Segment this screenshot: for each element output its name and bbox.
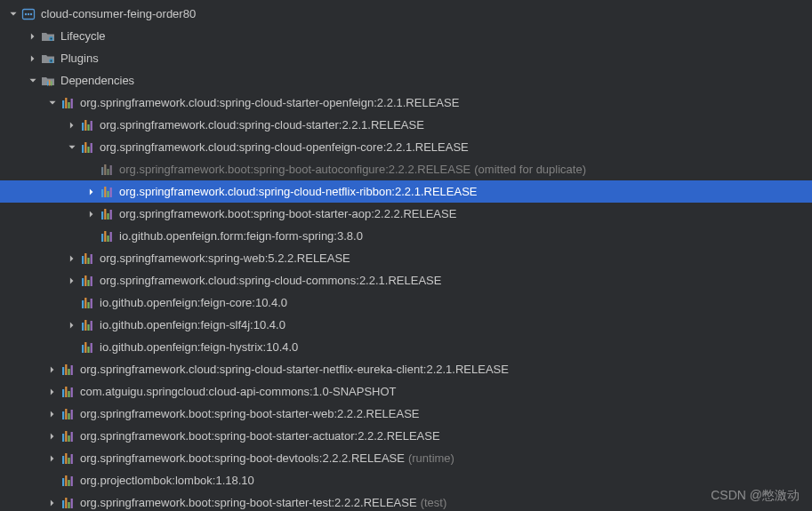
folder-lib-icon [41, 74, 55, 88]
tree-row[interactable]: io.github.openfeign:feign-core:10.4.0 [0, 291, 812, 314]
tree-row[interactable]: Dependencies [0, 69, 812, 92]
tree-item-label: Lifecycle [60, 29, 106, 43]
tree-row[interactable]: org.springframework.cloud:spring-cloud-s… [0, 92, 812, 114]
svg-point-3 [30, 12, 32, 14]
svg-rect-78 [71, 454, 73, 464]
tree-row[interactable]: org.springframework.boot:spring-boot-dev… [0, 447, 812, 469]
tree-row[interactable]: io.github.openfeign.form:feign-form-spri… [0, 225, 812, 247]
lib-icon [100, 229, 114, 244]
folder-cog-icon [41, 29, 55, 44]
svg-rect-85 [68, 502, 69, 508]
svg-rect-30 [110, 188, 112, 197]
svg-rect-53 [87, 324, 89, 331]
tree-row[interactable]: com.atguigu.springcloud:cloud-api-common… [0, 380, 812, 403]
tree-row[interactable]: org.springframework:spring-web:5.2.2.REL… [0, 247, 812, 269]
svg-rect-45 [87, 280, 89, 286]
svg-rect-51 [82, 323, 84, 331]
expand-arrow-icon[interactable] [85, 208, 98, 220]
expand-arrow-icon[interactable] [66, 275, 78, 287]
svg-rect-71 [62, 434, 64, 442]
lib-icon [60, 429, 75, 443]
svg-rect-33 [107, 213, 109, 220]
tree-row[interactable]: cloud-consumer-feing-order80 [0, 3, 812, 25]
tree-row[interactable]: org.springframework.cloud:spring-cloud-s… [0, 358, 812, 380]
svg-rect-48 [84, 298, 86, 308]
tree-row[interactable]: org.springframework.cloud:spring-cloud-o… [0, 136, 812, 158]
lib-icon [80, 318, 94, 332]
lib-icon [60, 474, 75, 488]
svg-rect-13 [68, 102, 69, 108]
svg-rect-26 [110, 165, 112, 175]
tree-row[interactable]: org.springframework.cloud:spring-cloud-s… [0, 114, 812, 136]
expand-arrow-icon[interactable] [27, 75, 39, 87]
tree-item-label: org.springframework.boot:spring-boot-aut… [119, 163, 470, 176]
svg-rect-24 [104, 164, 106, 175]
tree-item-label: org.springframework:spring-web:5.2.2.REL… [100, 252, 350, 265]
tree-item-label: io.github.openfeign.form:feign-form-spri… [119, 229, 363, 243]
expand-arrow-icon[interactable] [46, 363, 59, 376]
tree-item-label: org.springframework.cloud:spring-cloud-s… [80, 96, 459, 109]
tree-item-suffix: (runtime) [408, 451, 454, 465]
dependency-tree: cloud-consumer-feing-order80LifecyclePlu… [0, 0, 812, 511]
tree-item-suffix: (omitted for duplicate) [474, 163, 586, 176]
expand-arrow-icon[interactable] [27, 30, 39, 43]
lib-icon [60, 363, 75, 377]
expand-arrow-icon[interactable] [46, 497, 59, 509]
tree-row[interactable]: org.springframework.boot:spring-boot-sta… [0, 203, 812, 225]
svg-rect-63 [62, 389, 64, 397]
tree-row[interactable]: org.projectlombok:lombok:1.18.10 [0, 469, 812, 491]
tree-row[interactable]: Plugins [0, 47, 812, 69]
svg-rect-42 [91, 254, 92, 264]
expand-arrow-icon[interactable] [46, 408, 59, 420]
svg-rect-39 [82, 256, 84, 264]
tree-row[interactable]: org.springframework.boot:spring-boot-sta… [0, 403, 812, 425]
svg-rect-61 [68, 369, 69, 375]
expand-arrow-icon[interactable] [46, 452, 59, 465]
svg-rect-77 [68, 458, 69, 464]
svg-rect-72 [65, 431, 67, 442]
tree-item-label: org.springframework.boot:spring-boot-sta… [80, 407, 420, 420]
expand-placeholder [85, 164, 98, 176]
svg-rect-49 [87, 302, 89, 308]
expand-placeholder [85, 230, 98, 243]
tree-row[interactable]: org.springframework.cloud:spring-cloud-c… [0, 269, 812, 291]
svg-rect-47 [82, 300, 84, 308]
expand-arrow-icon[interactable] [46, 97, 59, 109]
tree-row[interactable]: org.springframework.cloud:spring-cloud-n… [0, 180, 812, 203]
expand-arrow-icon[interactable] [66, 119, 78, 132]
svg-rect-73 [68, 435, 69, 442]
lib-icon [80, 140, 94, 155]
module-icon [21, 7, 36, 21]
lib-icon [80, 118, 94, 132]
expand-arrow-icon[interactable] [66, 319, 78, 331]
tree-row[interactable]: org.springframework.boot:spring-boot-sta… [0, 425, 812, 447]
expand-placeholder [66, 297, 78, 309]
tree-row[interactable]: io.github.openfeign:feign-slf4j:10.4.0 [0, 314, 812, 336]
svg-rect-29 [107, 191, 109, 197]
lib-icon [60, 407, 75, 421]
expand-arrow-icon[interactable] [46, 386, 59, 398]
expand-arrow-icon[interactable] [7, 8, 20, 20]
expand-arrow-icon[interactable] [46, 430, 59, 443]
expand-arrow-icon[interactable] [66, 141, 78, 154]
svg-rect-58 [91, 343, 92, 353]
tree-row[interactable]: io.github.openfeign:feign-hystrix:10.4.0 [0, 336, 812, 358]
svg-rect-52 [84, 320, 86, 331]
svg-rect-54 [91, 321, 92, 331]
expand-arrow-icon[interactable] [66, 252, 78, 265]
tree-item-label: org.springframework.boot:spring-boot-dev… [80, 451, 405, 465]
expand-arrow-icon[interactable] [27, 52, 39, 65]
svg-point-5 [51, 37, 52, 39]
svg-rect-17 [87, 124, 89, 131]
expand-arrow-icon[interactable] [85, 186, 98, 198]
lib-icon [80, 274, 94, 288]
tree-row[interactable]: org.springframework.boot:spring-boot-sta… [0, 491, 812, 511]
svg-rect-41 [87, 258, 89, 264]
tree-row[interactable]: Lifecycle [0, 25, 812, 47]
svg-rect-50 [91, 299, 92, 308]
svg-point-7 [51, 60, 52, 61]
svg-rect-59 [62, 367, 64, 375]
tree-row[interactable]: org.springframework.boot:spring-boot-aut… [0, 158, 812, 180]
svg-rect-82 [71, 476, 73, 486]
tree-item-label: org.springframework.boot:spring-boot-sta… [80, 429, 440, 443]
